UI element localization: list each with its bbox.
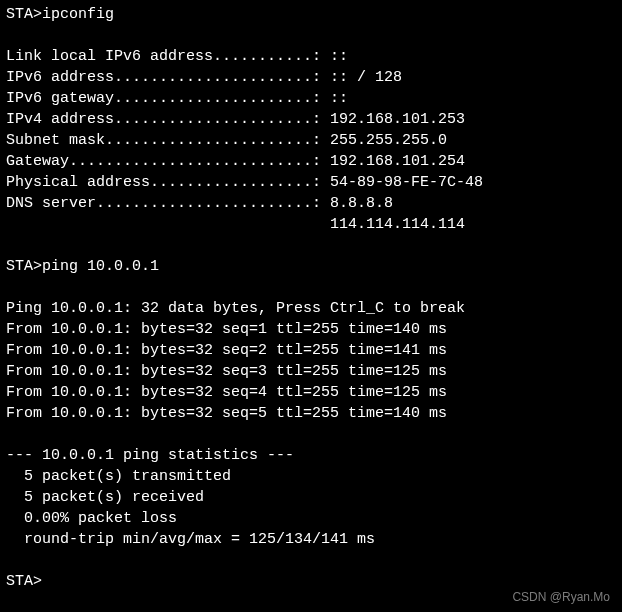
command-2: ping 10.0.0.1 <box>42 258 159 275</box>
blank-5 <box>6 550 616 571</box>
ipconfig-ipv4-address: IPv4 address......................: 192.… <box>6 109 616 130</box>
command-1: ipconfig <box>42 6 114 23</box>
ping-reply-3: From 10.0.0.1: bytes=32 seq=3 ttl=255 ti… <box>6 361 616 382</box>
ipconfig-ipv6-gateway: IPv6 gateway......................: :: <box>6 88 616 109</box>
ipconfig-physical-address: Physical address..................: 54-8… <box>6 172 616 193</box>
ipconfig-dns-server-1: DNS server........................: 8.8.… <box>6 193 616 214</box>
prompt-2: STA> <box>6 258 42 275</box>
ping-reply-1: From 10.0.0.1: bytes=32 seq=1 ttl=255 ti… <box>6 319 616 340</box>
ping-stats-header: --- 10.0.0.1 ping statistics --- <box>6 445 616 466</box>
ping-reply-4: From 10.0.0.1: bytes=32 seq=4 ttl=255 ti… <box>6 382 616 403</box>
ipconfig-gateway: Gateway...........................: 192.… <box>6 151 616 172</box>
ping-stats-rtt: round-trip min/avg/max = 125/134/141 ms <box>6 529 616 550</box>
ping-reply-2: From 10.0.0.1: bytes=32 seq=2 ttl=255 ti… <box>6 340 616 361</box>
prompt-1: STA> <box>6 6 42 23</box>
ipconfig-ipv6-address: IPv6 address......................: :: /… <box>6 67 616 88</box>
ping-reply-5: From 10.0.0.1: bytes=32 seq=5 ttl=255 ti… <box>6 403 616 424</box>
ping-stats-transmitted: 5 packet(s) transmitted <box>6 466 616 487</box>
prompt-3: STA> <box>6 573 42 590</box>
prompt-line-1: STA>ipconfig <box>6 4 616 25</box>
blank-3 <box>6 277 616 298</box>
ping-stats-received: 5 packet(s) received <box>6 487 616 508</box>
blank-2 <box>6 235 616 256</box>
ping-header: Ping 10.0.0.1: 32 data bytes, Press Ctrl… <box>6 298 616 319</box>
ipconfig-dns-server-2: 114.114.114.114 <box>6 214 616 235</box>
blank-1 <box>6 25 616 46</box>
blank-4 <box>6 424 616 445</box>
ping-stats-loss: 0.00% packet loss <box>6 508 616 529</box>
ipconfig-link-local-ipv6: Link local IPv6 address...........: :: <box>6 46 616 67</box>
watermark: CSDN @Ryan.Mo <box>512 589 610 606</box>
ipconfig-subnet-mask: Subnet mask.......................: 255.… <box>6 130 616 151</box>
prompt-line-2: STA>ping 10.0.0.1 <box>6 256 616 277</box>
